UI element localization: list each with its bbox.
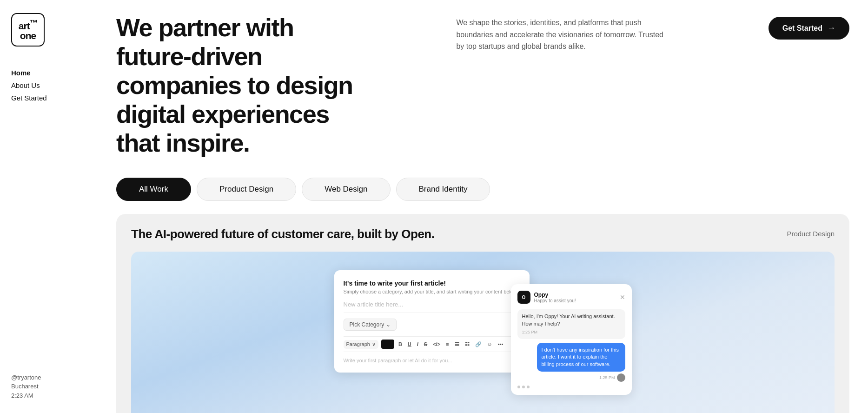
link-button[interactable]: 🔗: [474, 340, 483, 348]
editor-mockup: It's time to write your first article! S…: [334, 270, 530, 373]
dot-3: [527, 386, 530, 388]
user-bubble: I don't have any inspiration for this ar…: [537, 343, 625, 372]
editor-toolbar: Paragraph ∨ B U I S </> ≡ ☰ ☷ 🔗 ☺ •••: [344, 336, 520, 352]
local-time: 2:23 AM: [11, 391, 86, 400]
logo-tm: ™: [30, 18, 38, 27]
italic-button[interactable]: I: [416, 340, 420, 348]
tab-web-design[interactable]: Web Design: [302, 178, 390, 201]
chat-system-message: Hello, I'm Oppy! Your AI writing assista…: [517, 309, 625, 339]
system-message-text: Hello, I'm Oppy! Your AI writing assista…: [522, 313, 621, 327]
paragraph-dropdown[interactable]: Paragraph ∨: [344, 340, 378, 349]
code-button[interactable]: </>: [431, 340, 442, 348]
editor-title-input[interactable]: New article title here...: [344, 301, 520, 313]
system-message-time: 1:25 PM: [522, 329, 621, 335]
tab-product-design[interactable]: Product Design: [197, 178, 296, 201]
sidebar-footer: @tryartone Bucharest 2:23 AM: [11, 373, 86, 400]
main-content: We partner with future-driven companies …: [98, 0, 868, 413]
chat-agent-status: Happy to assist you!: [534, 298, 620, 303]
chat-header: O Oppy Happy to assist you! ✕: [517, 291, 625, 304]
chat-agent-name: Oppy: [534, 292, 620, 298]
chat-info: Oppy Happy to assist you!: [534, 292, 620, 303]
logo-art: art™: [19, 19, 37, 31]
ordered-list-button[interactable]: ☷: [464, 340, 471, 348]
chat-user-message: I don't have any inspiration for this ar…: [517, 343, 625, 382]
align-left-button[interactable]: ≡: [444, 340, 450, 348]
tab-brand-identity[interactable]: Brand Identity: [396, 178, 490, 201]
arrow-icon: →: [827, 23, 835, 33]
editor-sub: Simply choose a category, add your title…: [344, 289, 520, 294]
chat-mockup: O Oppy Happy to assist you! ✕ Hello, I'm…: [511, 284, 632, 395]
dot-2: [522, 386, 525, 388]
work-card-category: Product Design: [787, 227, 835, 238]
color-picker[interactable]: [381, 340, 394, 349]
bold-button[interactable]: B: [397, 340, 404, 348]
chat-avatar: O: [517, 291, 530, 304]
nav-item-home[interactable]: Home: [11, 69, 86, 77]
nav-item-about[interactable]: About Us: [11, 81, 86, 89]
strikethrough-button[interactable]: S: [423, 340, 429, 348]
hero-description: We shape the stories, identities, and pl…: [456, 17, 670, 53]
social-handle[interactable]: @tryartone: [11, 373, 86, 382]
editor-body[interactable]: Write your first paragraph or let AI do …: [344, 358, 520, 363]
city: Bucharest: [11, 382, 86, 391]
editor-header: It's time to write your first article!: [344, 280, 520, 287]
sidebar: art™ one Home About Us Get Started @trya…: [0, 0, 98, 413]
emoji-button[interactable]: ☺: [486, 340, 494, 348]
more-button[interactable]: •••: [497, 340, 505, 348]
nav: Home About Us Get Started: [11, 69, 86, 102]
hero-title: We partner with future-driven companies …: [116, 13, 358, 157]
chat-close-button[interactable]: ✕: [620, 293, 625, 301]
header-row: We partner with future-driven companies …: [116, 13, 849, 157]
editor-category-button[interactable]: Pick Category ⌄: [344, 319, 397, 331]
get-started-button[interactable]: Get Started →: [769, 17, 849, 40]
filter-tabs: All Work Product Design Web Design Brand…: [116, 178, 849, 201]
work-card-title: The AI-powered future of customer care, …: [131, 227, 434, 241]
mockup-area: It's time to write your first article! S…: [131, 252, 835, 413]
logo-one: one: [19, 31, 37, 40]
work-card: The AI-powered future of customer care, …: [116, 214, 849, 413]
underline-button[interactable]: U: [406, 340, 413, 348]
logo[interactable]: art™ one: [11, 13, 86, 47]
user-avatar-small: [617, 373, 625, 382]
nav-item-get-started[interactable]: Get Started: [11, 94, 86, 102]
dot-1: [517, 386, 520, 388]
tab-all-work[interactable]: All Work: [116, 178, 191, 201]
chat-typing-indicator: [517, 386, 625, 388]
user-time-row: 1:25 PM: [537, 373, 625, 382]
list-button[interactable]: ☰: [453, 340, 461, 348]
work-card-header: The AI-powered future of customer care, …: [131, 227, 835, 241]
user-message-time: 1:25 PM: [599, 375, 615, 380]
